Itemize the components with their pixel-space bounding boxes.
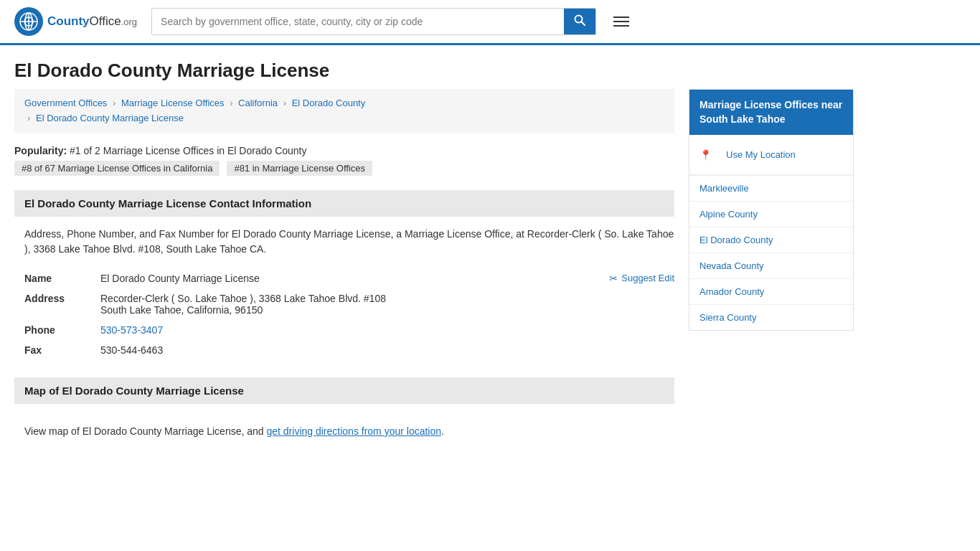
contact-name-row: Name El Dorado County Marriage License ✂…	[14, 268, 674, 288]
breadcrumb-item-marriage-license-offices[interactable]: Marriage License Offices	[121, 98, 225, 108]
contact-name-label: Name	[14, 273, 100, 284]
location-pin-icon: 📍	[699, 149, 712, 161]
contact-address-line1: Recorder-Clerk ( So. Lake Tahoe ), 3368 …	[100, 293, 674, 304]
map-section: Map of El Dorado County Marriage License…	[14, 377, 674, 449]
sidebar-list: 📍 Use My Location Markleeville Alpine Co…	[689, 135, 853, 330]
sidebar-box: Marriage License Offices near South Lake…	[689, 89, 854, 331]
contact-name-value: El Dorado County Marriage License	[100, 273, 260, 284]
contact-phone-row: Phone 530-573-3407	[14, 320, 674, 340]
menu-button[interactable]	[611, 14, 632, 29]
hamburger-icon	[613, 17, 629, 27]
sidebar-title: Marriage License Offices near South Lake…	[689, 90, 853, 135]
search-bar	[151, 8, 596, 35]
contact-address-label: Address	[14, 293, 100, 304]
contact-fax-label: Fax	[14, 344, 100, 356]
popularity-badge-1: #8 of 67 Marriage License Offices in Cal…	[14, 161, 220, 176]
map-desc-prefix: View map of El Dorado County Marriage Li…	[24, 425, 266, 437]
contact-section-header: El Dorado County Marriage License Contac…	[14, 190, 674, 217]
map-desc-suffix: .	[441, 425, 444, 437]
logo-wordmark: CountyOffice.org	[47, 14, 137, 29]
popularity-label: Popularity:	[14, 145, 67, 156]
content-area: Government Offices › Marriage License Of…	[14, 89, 674, 466]
site-header: CountyOffice.org	[0, 0, 980, 45]
search-icon	[574, 14, 585, 26]
contact-phone-label: Phone	[14, 324, 100, 336]
sidebar-link-markleeville[interactable]: Markleeville	[689, 176, 853, 201]
breadcrumb-item-government-offices[interactable]: Government Offices	[24, 98, 107, 108]
contact-section: El Dorado County Marriage License Contac…	[14, 190, 674, 360]
driving-directions-link[interactable]: get driving directions from your locatio…	[266, 425, 441, 437]
contact-fax-value: 530-544-6463	[100, 344, 674, 356]
contact-address-row: Address Recorder-Clerk ( So. Lake Tahoe …	[14, 288, 674, 320]
sidebar-item-amador-county[interactable]: Amador County	[689, 279, 853, 305]
search-input[interactable]	[152, 9, 564, 34]
contact-phone-value: 530-573-3407	[100, 324, 674, 336]
sidebar-item-nevada-county[interactable]: Nevada County	[689, 253, 853, 279]
contact-fax-row: Fax 530-544-6463	[14, 340, 674, 360]
popularity-rank1: #1 of 2 Marriage License Offices in El D…	[70, 145, 306, 156]
sidebar-link-nevada-county[interactable]: Nevada County	[689, 253, 853, 278]
sidebar-link-el-dorado-county[interactable]: El Dorado County	[689, 227, 853, 253]
popularity-section: Popularity: #1 of 2 Marriage License Off…	[14, 145, 674, 176]
sidebar-item-sierra-county[interactable]: Sierra County	[689, 305, 853, 330]
suggest-edit-button[interactable]: ✂ Suggest Edit	[609, 273, 674, 284]
sidebar-link-amador-county[interactable]: Amador County	[689, 279, 853, 304]
sidebar-use-my-location[interactable]: 📍 Use My Location	[689, 135, 853, 176]
popularity-badge-2: #81 in Marriage License Offices	[227, 161, 372, 176]
edit-icon: ✂	[609, 273, 618, 284]
search-button[interactable]	[564, 9, 595, 34]
breadcrumb: Government Offices › Marriage License Of…	[14, 89, 674, 133]
breadcrumb-item-california[interactable]: California	[238, 98, 278, 108]
contact-description: Address, Phone Number, and Fax Number fo…	[14, 227, 674, 257]
site-logo[interactable]: CountyOffice.org	[14, 7, 137, 36]
use-my-location-link[interactable]: Use My Location	[716, 142, 806, 167]
main-layout: Government Offices › Marriage License Of…	[0, 89, 980, 488]
contact-address-line2: South Lake Tahoe, California, 96150	[100, 304, 674, 316]
page-title-area: El Dorado County Marriage License	[0, 45, 980, 89]
sidebar-item-alpine-county[interactable]: Alpine County	[689, 202, 853, 227]
popularity-badges: #8 of 67 Marriage License Offices in Cal…	[14, 161, 674, 176]
logo-icon	[14, 7, 43, 36]
svg-line-6	[582, 22, 585, 26]
phone-link[interactable]: 530-573-3407	[100, 324, 163, 336]
sidebar-link-sierra-county[interactable]: Sierra County	[689, 305, 853, 330]
breadcrumb-item-el-dorado-county[interactable]: El Dorado County	[292, 98, 366, 108]
map-description: View map of El Dorado County Marriage Li…	[14, 414, 674, 449]
breadcrumb-item-current[interactable]: El Dorado County Marriage License	[36, 113, 184, 123]
contact-address-value: Recorder-Clerk ( So. Lake Tahoe ), 3368 …	[100, 293, 674, 316]
sidebar-link-alpine-county[interactable]: Alpine County	[689, 202, 853, 227]
sidebar-item-markleeville[interactable]: Markleeville	[689, 176, 853, 202]
suggest-edit-label: Suggest Edit	[621, 273, 674, 283]
sidebar-item-el-dorado-county[interactable]: El Dorado County	[689, 227, 853, 253]
sidebar: Marriage License Offices near South Lake…	[689, 89, 854, 466]
page-title: El Dorado County Marriage License	[14, 60, 966, 82]
map-section-header: Map of El Dorado County Marriage License	[14, 377, 674, 404]
